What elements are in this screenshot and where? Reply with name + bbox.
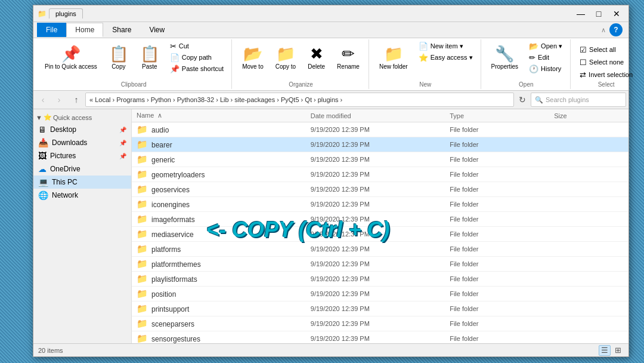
file-date: 9/19/2020 12:39 PM	[311, 320, 450, 327]
copy-to-button[interactable]: 📁 Copy to	[270, 41, 301, 74]
delete-button[interactable]: ✖ Delete	[302, 41, 330, 74]
file-name: 📁sceneparsers	[137, 318, 311, 329]
new-folder-icon: 📁	[384, 45, 403, 63]
table-row[interactable]: 📁platformthemes 9/19/2020 12:39 PM File …	[132, 257, 628, 272]
pictures-icon: 🖼	[38, 151, 47, 161]
paste-button[interactable]: 📋 Paste	[135, 41, 165, 74]
copy-path-button[interactable]: 📄 Copy path	[166, 52, 228, 63]
back-button[interactable]: ‹	[36, 93, 50, 106]
table-row[interactable]: 📁bearer 9/19/2020 12:39 PM File folder	[132, 137, 628, 152]
new-item-button[interactable]: 📄 New item ▾	[414, 41, 477, 51]
maximize-button[interactable]: □	[590, 8, 607, 20]
sidebar-item-downloads[interactable]: 📥 Downloads 📌	[33, 136, 131, 149]
search-box[interactable]: 🔍 Search plugins	[531, 93, 626, 107]
new-folder-button[interactable]: 📁 New folder	[374, 41, 413, 74]
table-row[interactable]: 📁generic 9/19/2020 12:39 PM File folder	[132, 152, 628, 167]
open-button[interactable]: 📂 Open ▾	[525, 41, 566, 51]
minimize-button[interactable]: —	[572, 8, 589, 20]
table-row[interactable]: 📁platforms 9/19/2020 12:39 PM File folde…	[132, 242, 628, 257]
ribbon-collapse-icon[interactable]: ∧	[601, 26, 606, 34]
file-date: 9/19/2020 12:39 PM	[311, 335, 450, 342]
list-view-button[interactable]: ☰	[599, 345, 611, 356]
table-row[interactable]: 📁playlistformats 9/19/2020 12:39 PM File…	[132, 272, 628, 287]
sidebar-item-this-pc[interactable]: 💻 This PC	[33, 176, 131, 189]
copy-button[interactable]: 📋 Copy	[104, 41, 134, 74]
easy-access-button[interactable]: ⭐ Easy access ▾	[414, 52, 477, 63]
history-button[interactable]: 🕐 History	[525, 63, 566, 74]
clipboard-label: Clipboard	[121, 81, 147, 88]
sidebar-item-label-downloads: Downloads	[52, 139, 116, 147]
folder-icon: 📁	[137, 139, 148, 149]
select-all-button[interactable]: ☑ Select all	[575, 44, 637, 55]
file-type: File folder	[450, 201, 554, 208]
file-type: File folder	[450, 141, 554, 148]
help-button[interactable]: ?	[609, 23, 623, 36]
rename-icon: ✏	[342, 45, 355, 63]
move-to-button[interactable]: 📂 Move to	[237, 41, 269, 74]
search-icon: 🔍	[535, 96, 543, 104]
rename-button[interactable]: ✏ Rename	[332, 41, 365, 74]
organize-buttons: 📂 Move to 📁 Copy to ✖ Delete ✏ Rename	[237, 41, 365, 80]
downloads-icon: 📥	[38, 138, 48, 147]
file-date: 9/19/2020 12:39 PM	[311, 171, 450, 178]
expand-icon: ▼	[36, 114, 42, 121]
table-row[interactable]: 📁imageformats 9/19/2020 12:39 PM File fo…	[132, 212, 628, 227]
sidebar-expand-quick-access[interactable]: ▼ ⭐ Quick access	[33, 112, 131, 123]
cut-button[interactable]: ✂ Cut	[166, 41, 228, 51]
pin-label: Pin to Quick access	[45, 63, 97, 70]
easy-access-label: Easy access ▾	[431, 54, 473, 61]
table-row[interactable]: 📁geoservices 9/19/2020 12:39 PM File fol…	[132, 182, 628, 197]
table-row[interactable]: 📁position 9/19/2020 12:39 PM File folder	[132, 287, 628, 302]
sidebar-item-network[interactable]: 🌐 Network	[33, 189, 131, 202]
table-row[interactable]: 📁mediaservice 9/19/2020 12:39 PM File fo…	[132, 227, 628, 242]
table-row[interactable]: 📁sceneparsers 9/19/2020 12:39 PM File fo…	[132, 316, 628, 331]
ribbon-tab-home[interactable]: Home	[66, 23, 103, 37]
path-display: « Local › Programs › Python › Python38-3…	[89, 96, 342, 103]
ribbon-tab-share[interactable]: Share	[103, 23, 140, 37]
close-button[interactable]: ✕	[608, 8, 625, 20]
invert-selection-button[interactable]: ⇄ Invert selection	[575, 69, 637, 80]
new-buttons: 📁 New folder 📄 New item ▾ ⭐ Easy access …	[374, 41, 477, 80]
sidebar-item-pictures[interactable]: 🖼 Pictures 📌	[33, 149, 131, 162]
pin-to-quick-button[interactable]: 📌 Pin to Quick access	[39, 41, 103, 74]
col-header-name[interactable]: Name ∧	[137, 112, 311, 119]
ribbon-tab-view[interactable]: View	[140, 23, 174, 37]
folder-icon: 📁	[137, 288, 148, 299]
folder-icon: 📁	[137, 244, 148, 254]
col-header-date[interactable]: Date modified	[311, 112, 450, 119]
title-tab-plugins[interactable]: plugins	[49, 8, 83, 19]
table-row[interactable]: 📁iconengines 9/19/2020 12:39 PM File fol…	[132, 197, 628, 212]
file-type: File folder	[450, 275, 554, 282]
detail-view-button[interactable]: ⊞	[612, 345, 624, 356]
paste-shortcut-button[interactable]: 📌 Paste shortcut	[166, 63, 228, 74]
file-date: 9/19/2020 12:39 PM	[311, 156, 450, 163]
address-path[interactable]: « Local › Programs › Python › Python38-3…	[85, 93, 514, 107]
refresh-button[interactable]: ↻	[516, 93, 529, 106]
title-bar: 📁 plugins — □ ✕	[33, 5, 628, 22]
clipboard-col: ✂ Cut 📄 Copy path 📌 Paste shortcut	[166, 41, 228, 74]
paste-shortcut-label: Paste shortcut	[182, 65, 224, 72]
main-content: ▼ ⭐ Quick access 🖥 Desktop 📌 📥 Downloads…	[33, 109, 628, 343]
edit-label: Edit	[538, 54, 549, 61]
select-none-button[interactable]: ☐ Select none	[575, 57, 637, 67]
table-row[interactable]: 📁audio 9/19/2020 12:39 PM File folder	[132, 122, 628, 137]
col-header-type[interactable]: Type	[450, 112, 554, 119]
sidebar-item-desktop[interactable]: 🖥 Desktop 📌	[33, 123, 131, 136]
properties-button[interactable]: 🔧 Properties	[486, 41, 524, 74]
file-name: 📁position	[137, 288, 311, 299]
up-button[interactable]: ↑	[69, 93, 83, 106]
ribbon-tab-file[interactable]: File	[37, 23, 66, 37]
table-row[interactable]: 📁printsupport 9/19/2020 12:39 PM File fo…	[132, 302, 628, 316]
sidebar-item-onedrive[interactable]: ☁ OneDrive	[33, 162, 131, 176]
col-header-size[interactable]: Size	[554, 112, 624, 119]
file-type: File folder	[450, 186, 554, 193]
forward-button[interactable]: ›	[52, 93, 66, 106]
sidebar-item-label-pictures: Pictures	[50, 152, 116, 160]
new-folder-label: New folder	[379, 63, 408, 70]
table-row[interactable]: 📁sensorgestures 9/19/2020 12:39 PM File …	[132, 331, 628, 343]
table-row[interactable]: 📁geometryloaders 9/19/2020 12:39 PM File…	[132, 167, 628, 182]
open-label: Open	[519, 81, 533, 88]
this-pc-icon: 💻	[38, 177, 48, 187]
edit-button[interactable]: ✏ Edit	[525, 52, 566, 63]
folder-icon: 📁	[137, 259, 148, 269]
